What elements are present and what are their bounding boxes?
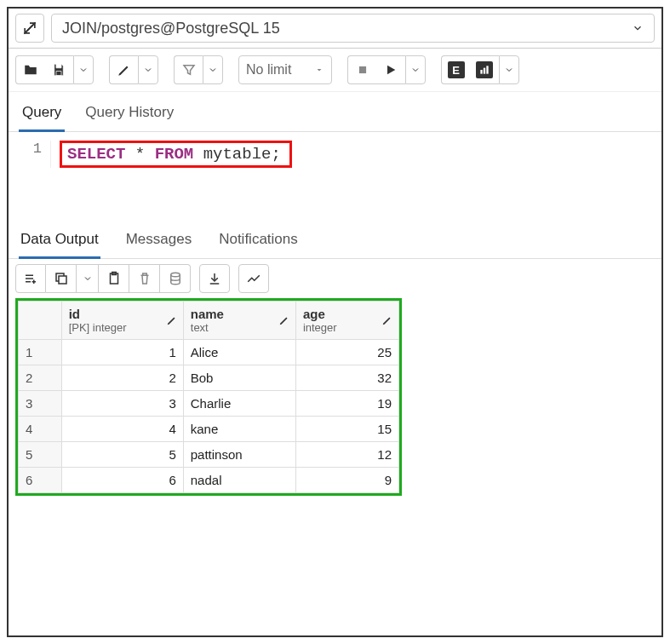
svg-rect-4 (486, 66, 488, 73)
connection-bar: JOIN/postgres@PostgreSQL 15 (9, 9, 661, 49)
pencil-icon[interactable] (166, 314, 178, 326)
explain-dropdown[interactable] (499, 55, 519, 84)
sql-keyword-select: SELECT (67, 145, 125, 164)
bar-chart-icon (476, 61, 493, 78)
column-header-id[interactable]: id [PK] integer (61, 302, 183, 340)
table-row[interactable]: 1 1 Alice 25 (19, 340, 399, 365)
line-gutter: 1 (9, 141, 51, 168)
row-limit-select[interactable]: No limit (238, 55, 332, 84)
save-button[interactable] (44, 55, 73, 84)
paste-button[interactable] (99, 264, 129, 293)
row-limit-label: No limit (246, 62, 291, 78)
delete-button[interactable] (129, 264, 160, 293)
copy-button[interactable] (46, 264, 77, 293)
copy-dropdown[interactable] (77, 264, 99, 293)
filter-dropdown[interactable] (203, 55, 223, 84)
tab-data-output[interactable]: Data Output (19, 226, 100, 259)
connection-label: JOIN/postgres@PostgreSQL 15 (62, 20, 280, 37)
explain-button[interactable]: E (441, 55, 470, 84)
edit-dropdown[interactable] (138, 55, 158, 84)
filter-button[interactable] (174, 55, 203, 84)
connection-status-icon[interactable] (15, 14, 44, 43)
caret-down-icon (314, 65, 324, 75)
stop-button[interactable] (347, 55, 376, 84)
result-toolbar (9, 259, 661, 298)
pencil-icon[interactable] (381, 314, 393, 326)
pencil-icon[interactable] (278, 314, 290, 326)
tab-query[interactable]: Query (19, 99, 65, 132)
result-tabs: Data Output Messages Notifications (9, 219, 661, 258)
explain-icon: E (448, 61, 465, 78)
line-number: 1 (33, 141, 42, 157)
column-header-name[interactable]: name text (183, 302, 295, 340)
editor-tabs: Query Query History (9, 92, 661, 131)
svg-rect-10 (59, 276, 66, 284)
main-toolbar: No limit E (9, 49, 661, 92)
svg-rect-1 (358, 66, 365, 73)
graph-button[interactable] (238, 264, 269, 293)
table-row[interactable]: 6 6 nadal 9 (19, 468, 399, 493)
column-header-age[interactable]: age integer (295, 302, 398, 340)
svg-rect-3 (484, 68, 485, 74)
sql-editor[interactable]: 1 SELECT * FROM mytable; (9, 132, 661, 219)
table-row[interactable]: 5 5 pattinson 12 (19, 442, 399, 468)
open-file-button[interactable] (15, 55, 44, 84)
chevron-down-icon (632, 22, 644, 34)
connection-select[interactable]: JOIN/postgres@PostgreSQL 15 (51, 14, 655, 43)
save-dropdown[interactable] (73, 55, 94, 84)
result-grid-highlight-box: id [PK] integer name text (15, 298, 402, 496)
edit-button[interactable] (109, 55, 138, 84)
row-header-corner (19, 302, 62, 340)
result-grid[interactable]: id [PK] integer name text (18, 301, 399, 493)
table-row[interactable]: 4 4 kane 15 (19, 417, 399, 442)
download-button[interactable] (199, 264, 230, 293)
svg-point-13 (170, 273, 180, 277)
explain-analyze-button[interactable] (470, 55, 499, 84)
sql-keyword-from: FROM (155, 145, 194, 164)
tab-messages[interactable]: Messages (124, 226, 193, 258)
tab-notifications[interactable]: Notifications (217, 226, 300, 258)
svg-rect-2 (480, 70, 482, 74)
table-row[interactable]: 3 3 Charlie 19 (19, 391, 399, 417)
table-row[interactable]: 2 2 Bob 32 (19, 365, 399, 391)
execute-dropdown[interactable] (405, 55, 426, 84)
svg-line-0 (24, 22, 35, 33)
execute-button[interactable] (376, 55, 405, 84)
save-data-button[interactable] (160, 264, 191, 293)
add-row-button[interactable] (15, 264, 46, 293)
sql-identifier: mytable (193, 145, 271, 164)
tab-query-history[interactable]: Query History (82, 99, 177, 131)
query-highlight-box: SELECT * FROM mytable; (60, 141, 292, 168)
